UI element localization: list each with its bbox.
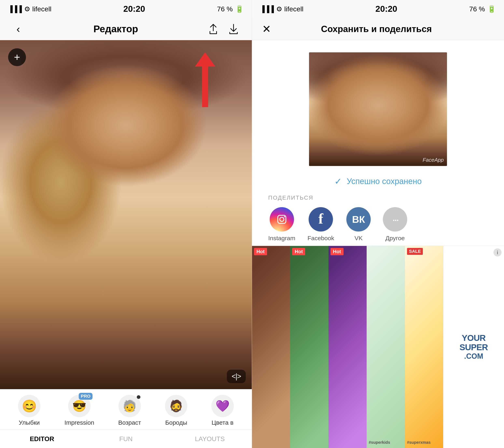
status-bar-left: ▐▐▐ ⊙ lifecell 20:20 76 % 🔋 <box>0 0 252 18</box>
tool-impression-label: Impression <box>65 419 94 426</box>
battery-left: 76 % <box>217 5 233 13</box>
superkids-text: #superkids <box>369 440 390 445</box>
status-bar-right: ▐▐▐ ⊙ lifecell 20:20 76 % 🔋 <box>252 0 504 18</box>
preview-photo: FaceApp <box>309 52 447 166</box>
tool-colors-label: Цвета в <box>212 419 234 426</box>
time-left: 20:20 <box>123 4 145 14</box>
tool-age[interactable]: 🧓 Возраст <box>118 395 141 426</box>
wifi-icon-left: ⊙ <box>24 5 30 13</box>
tool-smiles-label: Улыбки <box>19 419 40 426</box>
faceapp-watermark: FaceApp <box>423 157 444 163</box>
expand-button[interactable]: <|> <box>227 370 246 383</box>
ad-info-button[interactable]: i <box>493 248 502 256</box>
svg-point-2 <box>284 216 285 217</box>
photo-canvas: + <|> <box>0 40 252 389</box>
battery-right: 76 % <box>469 5 485 13</box>
share-vk[interactable]: ВК VK <box>346 207 371 242</box>
vk-icon: ВК <box>346 207 371 232</box>
tool-age-label: Возраст <box>118 419 141 426</box>
svg-point-1 <box>280 217 284 221</box>
nav-tabs: EDITOR FUN LAYOUTS <box>0 430 252 448</box>
facebook-icon: f <box>309 207 333 232</box>
wifi-icon-right: ⊙ <box>276 5 282 13</box>
preview-area: FaceApp <box>252 40 504 172</box>
ad-brand-line2: SUPER <box>460 343 488 352</box>
save-share-title: Сохранить и поделиться <box>321 24 432 34</box>
tab-layouts[interactable]: LAYOUTS <box>168 433 252 445</box>
hot-badge-3: Hot <box>330 248 343 255</box>
share-more[interactable]: ··· Другое <box>383 207 407 242</box>
facebook-label: Facebook <box>307 235 334 242</box>
battery-icon-right: 🔋 <box>487 5 496 13</box>
check-icon: ✓ <box>334 176 342 186</box>
time-right: 20:20 <box>375 4 397 14</box>
ad-product-5[interactable]: SALE #superxmas <box>405 246 443 448</box>
pro-badge: PRO <box>79 393 92 400</box>
hot-badge-2: Hot <box>292 248 305 255</box>
vk-label: VK <box>355 235 362 242</box>
download-arrow-indicator <box>195 52 215 107</box>
editor-title: Редактор <box>26 23 205 35</box>
more-label: Другое <box>385 235 405 242</box>
share-facebook[interactable]: f Facebook <box>307 207 334 242</box>
sale-badge: SALE <box>407 248 423 255</box>
download-button[interactable] <box>225 21 242 37</box>
share-button[interactable] <box>205 21 221 37</box>
share-section: ПОДЕЛИТЬСЯ Instagram <box>252 191 504 246</box>
signal-icon-left: ▐▐▐ <box>8 5 22 13</box>
share-section-label: ПОДЕЛИТЬСЯ <box>268 195 488 201</box>
ad-area: Hot Hot Hot #superkids <box>252 246 504 448</box>
share-instagram[interactable]: Instagram <box>268 207 295 242</box>
more-icon: ··· <box>383 207 407 232</box>
tool-beards[interactable]: 🧔 Бороды <box>165 395 187 426</box>
ad-product-2[interactable]: Hot <box>290 246 328 448</box>
add-layer-button[interactable]: + <box>8 48 26 66</box>
ad-brand-line1: YOUR <box>462 333 486 343</box>
carrier-left: lifecell <box>32 5 51 13</box>
editor-header: ‹ Редактор <box>0 18 252 40</box>
ad-product-3[interactable]: Hot <box>328 246 367 448</box>
hot-badge-1: Hot <box>254 248 267 255</box>
save-share-header: ✕ Сохранить и поделиться <box>252 18 504 40</box>
ad-brand-box: i YOUR SUPER .COM <box>443 246 504 448</box>
ad-product-4[interactable]: #superkids <box>367 246 405 448</box>
success-message-row: ✓ Успешно сохранено <box>252 172 504 191</box>
close-button[interactable]: ✕ <box>262 23 275 35</box>
ad-product-1[interactable]: Hot <box>252 246 290 448</box>
save-share-panel: ✕ Сохранить и поделиться FaceApp ✓ Успеш… <box>252 18 504 448</box>
back-button[interactable]: ‹ <box>10 21 26 37</box>
age-dot <box>137 395 140 399</box>
tool-beards-label: Бороды <box>165 419 187 426</box>
signal-icon-right: ▐▐▐ <box>260 5 274 13</box>
tool-impression[interactable]: 😎 PRO Impression <box>65 395 94 426</box>
carrier-right: lifecell <box>284 5 303 13</box>
tab-fun[interactable]: FUN <box>84 433 168 445</box>
editor-panel: ‹ Редактор + <box>0 18 252 448</box>
tool-colors[interactable]: 💜 Цвета в <box>211 395 234 426</box>
battery-icon-left: 🔋 <box>235 5 244 13</box>
instagram-label: Instagram <box>268 235 295 242</box>
superxmas-text: #superxmas <box>407 440 431 445</box>
success-text: Успешно сохранено <box>347 177 422 186</box>
tool-smiles[interactable]: 😊 Улыбки <box>18 395 40 426</box>
instagram-icon <box>270 207 294 232</box>
tab-editor[interactable]: EDITOR <box>0 433 84 445</box>
status-bar: ▐▐▐ ⊙ lifecell 20:20 76 % 🔋 ▐▐▐ ⊙ lifece… <box>0 0 504 18</box>
tools-toolbar: 😊 Улыбки 😎 PRO Impression 🧓 <box>0 389 252 448</box>
ad-brand-line3: .COM <box>464 352 483 360</box>
